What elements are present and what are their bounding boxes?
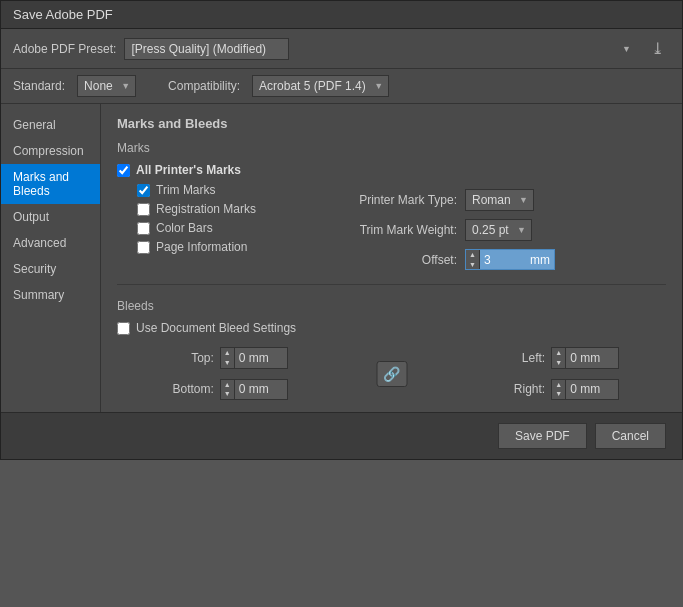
bleed-top-input[interactable] — [235, 349, 287, 367]
standard-select[interactable]: None — [77, 75, 136, 97]
marks-subtitle: Marks — [117, 141, 666, 155]
bleed-left-row: Left: ▲ ▼ — [495, 347, 619, 368]
printer-mark-type-row: Printer Mark Type: Roman — [337, 189, 555, 211]
registration-marks-row: Registration Marks — [137, 202, 317, 216]
standard-label: Standard: — [13, 79, 65, 93]
bleed-bottom-up-button[interactable]: ▲ — [221, 380, 234, 390]
bleed-left-down-button[interactable]: ▼ — [552, 358, 565, 368]
footer: Save PDF Cancel — [1, 412, 682, 459]
use-doc-bleed-checkbox[interactable] — [117, 322, 130, 335]
bleeds-title: Bleeds — [117, 299, 666, 313]
use-doc-bleed-label[interactable]: Use Document Bleed Settings — [136, 321, 296, 335]
all-printers-marks-label[interactable]: All Printer's Marks — [136, 163, 241, 177]
divider — [117, 284, 666, 285]
link-icon[interactable]: 🔗 — [376, 361, 407, 387]
preset-select[interactable]: [Press Quality] (Modified) — [124, 38, 289, 60]
trim-marks-checkbox[interactable] — [137, 184, 150, 197]
bleed-top-row: Top: ▲ ▼ — [164, 347, 288, 368]
registration-marks-label[interactable]: Registration Marks — [156, 202, 256, 216]
bleeds-section: Bleeds Use Document Bleed Settings Top: … — [117, 299, 666, 400]
color-bars-checkbox[interactable] — [137, 222, 150, 235]
all-printers-marks-row: All Printer's Marks — [117, 163, 317, 177]
bleed-bottom-spinner: ▲ ▼ — [221, 380, 235, 399]
standard-select-wrapper: None — [77, 75, 136, 97]
sidebar-item-general[interactable]: General — [1, 112, 100, 138]
offset-spinner: ▲ ▼ — [466, 250, 480, 269]
bleed-right-spinner: ▲ ▼ — [552, 380, 566, 399]
color-bars-row: Color Bars — [137, 221, 317, 235]
bleed-left-up-button[interactable]: ▲ — [552, 348, 565, 358]
sidebar-item-marks-bleeds[interactable]: Marks and Bleeds — [1, 164, 100, 204]
sidebar-item-security[interactable]: Security — [1, 256, 100, 282]
printer-mark-type-label: Printer Mark Type: — [337, 193, 457, 207]
preset-row: Adobe PDF Preset: [Press Quality] (Modif… — [1, 29, 682, 69]
bleed-right-col: Left: ▲ ▼ Right: — [495, 347, 619, 400]
bleed-bottom-down-button[interactable]: ▼ — [221, 389, 234, 399]
cancel-button[interactable]: Cancel — [595, 423, 666, 449]
color-bars-label[interactable]: Color Bars — [156, 221, 213, 235]
bleed-top-up-button[interactable]: ▲ — [221, 348, 234, 358]
bleed-right-up-button[interactable]: ▲ — [552, 380, 565, 390]
bleed-right-row: Right: ▲ ▼ — [495, 379, 619, 400]
bleed-right-label: Right: — [495, 382, 545, 396]
bleed-left-spinner: ▲ ▼ — [552, 348, 566, 367]
trim-mark-weight-select-wrapper: 0.25 pt — [465, 219, 532, 241]
preset-wrapper: [Press Quality] (Modified) — [124, 38, 637, 60]
compatibility-label: Compatibility: — [168, 79, 240, 93]
bleed-left-input[interactable] — [566, 349, 618, 367]
bleed-bottom-row: Bottom: ▲ ▼ — [164, 379, 288, 400]
bleed-right-input[interactable] — [566, 380, 618, 398]
bleed-right-down-button[interactable]: ▼ — [552, 389, 565, 399]
all-printers-marks-checkbox[interactable] — [117, 164, 130, 177]
preset-label: Adobe PDF Preset: — [13, 42, 116, 56]
bleed-bottom-input[interactable] — [235, 380, 287, 398]
bleed-top-spinner: ▲ ▼ — [221, 348, 235, 367]
use-doc-bleed-row: Use Document Bleed Settings — [117, 321, 666, 335]
offset-label: Offset: — [337, 253, 457, 267]
page-info-label[interactable]: Page Information — [156, 240, 247, 254]
offset-input[interactable] — [480, 251, 530, 269]
sidebar-item-compression[interactable]: Compression — [1, 138, 100, 164]
bleed-top-label: Top: — [164, 351, 214, 365]
printer-mark-type-select[interactable]: Roman — [465, 189, 534, 211]
compatibility-select-wrapper: Acrobat 5 (PDF 1.4) — [252, 75, 389, 97]
marks-right-panel: Printer Mark Type: Roman Trim Mark Weigh… — [337, 189, 555, 270]
offset-unit: mm — [530, 253, 554, 267]
download-icon[interactable]: ⤓ — [645, 37, 670, 60]
bleed-bottom-label: Bottom: — [164, 382, 214, 396]
registration-marks-checkbox[interactable] — [137, 203, 150, 216]
indented-checks: Trim Marks Registration Marks Color Bars — [137, 183, 317, 254]
compatibility-select[interactable]: Acrobat 5 (PDF 1.4) — [252, 75, 389, 97]
sidebar-item-output[interactable]: Output — [1, 204, 100, 230]
trim-mark-weight-select[interactable]: 0.25 pt — [465, 219, 532, 241]
bleed-bottom-input-group: ▲ ▼ — [220, 379, 288, 400]
bleed-fields: Top: ▲ ▼ Bottom: — [117, 347, 666, 400]
printer-mark-type-select-wrapper: Roman — [465, 189, 534, 211]
sidebar-item-advanced[interactable]: Advanced — [1, 230, 100, 256]
main-area: General Compression Marks and Bleeds Out… — [1, 104, 682, 412]
page-info-row: Page Information — [137, 240, 317, 254]
trim-marks-row: Trim Marks — [137, 183, 317, 197]
offset-row: Offset: ▲ ▼ mm — [337, 249, 555, 270]
trim-mark-weight-row: Trim Mark Weight: 0.25 pt — [337, 219, 555, 241]
marks-checkboxes: All Printer's Marks Trim Marks Registrat… — [117, 163, 317, 270]
bleed-left-label: Left: — [495, 351, 545, 365]
bleed-top-down-button[interactable]: ▼ — [221, 358, 234, 368]
bleed-top-input-group: ▲ ▼ — [220, 347, 288, 368]
sidebar-item-summary[interactable]: Summary — [1, 282, 100, 308]
offset-up-button[interactable]: ▲ — [466, 250, 479, 260]
section-title: Marks and Bleeds — [117, 116, 666, 131]
save-pdf-button[interactable]: Save PDF — [498, 423, 587, 449]
bleed-left-input-group: ▲ ▼ — [551, 347, 619, 368]
title-bar: Save Adobe PDF — [1, 1, 682, 29]
page-info-checkbox[interactable] — [137, 241, 150, 254]
content-area: Marks and Bleeds Marks All Printer's Mar… — [101, 104, 682, 412]
bleed-left-col: Top: ▲ ▼ Bottom: — [164, 347, 288, 400]
marks-layout: All Printer's Marks Trim Marks Registrat… — [117, 163, 666, 270]
bleed-right-input-group: ▲ ▼ — [551, 379, 619, 400]
trim-marks-label[interactable]: Trim Marks — [156, 183, 216, 197]
offset-down-button[interactable]: ▼ — [466, 260, 479, 270]
trim-mark-weight-label: Trim Mark Weight: — [337, 223, 457, 237]
offset-input-wrapper: ▲ ▼ mm — [465, 249, 555, 270]
std-compat-row: Standard: None Compatibility: Acrobat 5 … — [1, 69, 682, 104]
